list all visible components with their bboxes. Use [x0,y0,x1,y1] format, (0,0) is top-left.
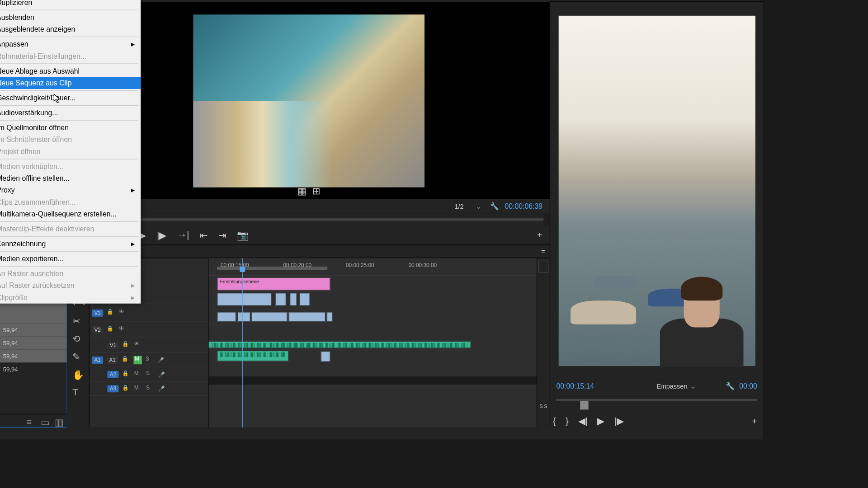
context-menu-item[interactable]: Proxy▸ [0,184,141,196]
context-menu-item[interactable]: Anpassen▸ [0,38,141,50]
sort-icon[interactable]: ≡ [26,417,34,425]
adjustment-layer-clip[interactable]: Einstellungsebene [217,277,330,291]
project-item[interactable]: GoPro5.mp459,94 [0,336,67,349]
new-bin-icon[interactable]: ▭ [41,417,49,425]
wrench-icon[interactable]: 🔧 [726,382,735,390]
track-v4: Einstellungsebene [209,276,537,291]
track-v1 [209,325,537,340]
context-menu-item[interactable]: Neue Ablage aus Auswahl [0,65,141,77]
mark-in-icon[interactable]: { [553,416,556,427]
context-menu-item[interactable]: Neue Sequenz aus Clip [0,77,141,89]
context-menu-item: Clipgröße▸ [0,291,141,303]
project-item[interactable]: GoPro4.mp459,94 [0,323,67,336]
context-menu-item[interactable]: Kennzeichnung▸ [0,238,141,250]
context-menu-item[interactable]: Medien exportieren... [0,253,141,265]
button-editor-icon[interactable]: + [752,416,757,427]
context-menu-item[interactable]: Geschwindigkeit/Dauer... [0,92,141,104]
program-fit[interactable]: Einpassen [657,383,688,390]
program-scrubber[interactable] [556,399,757,413]
preview-scale[interactable]: 1/2 [454,203,463,210]
context-menu: AusschneidenKopierenEinfügenLöschenDupli… [0,0,141,304]
context-menu-item: An Raster ausrichten [0,268,141,280]
track-a1 [209,340,537,350]
chevron-down-icon[interactable]: ⌄ [476,202,481,211]
chevron-down-icon[interactable]: ⌄ [690,382,696,390]
context-menu-item: Masterclip-Effekte deaktivieren [0,223,141,235]
wrench-icon[interactable]: 🔧 [490,202,499,211]
program-transport: { } ◀| ▶ |▶ + [550,413,763,429]
program-timecode[interactable]: 00:00:15:14 [556,382,594,390]
context-menu-item: Medien verknüpfen... [0,160,141,172]
type-tool-icon[interactable]: T [72,387,84,399]
step-fwd-icon[interactable]: |▶ [614,416,623,427]
go-to-out-icon[interactable]: →| [177,230,189,240]
project-item-list: GoPro... GoPro2... GoPro4.mp459,94 GoPro… [0,297,67,413]
step-back-icon[interactable]: ◀| [578,416,588,427]
timeline-playhead[interactable] [242,258,242,428]
track-v2 [209,310,537,325]
program-timecode-right[interactable]: 00:00 [739,382,757,390]
context-menu-item[interactable]: Audioverstärkung... [0,107,141,119]
hand-tool-icon[interactable]: ✋ [72,369,84,381]
project-item[interactable]: GoPro6.mp459,94 [0,349,67,362]
timeline-ruler[interactable]: 00:00:15:00 00:00:20:00 00:00:25:00 00:0… [209,258,537,277]
context-menu-item: Auf Raster zurücksetzen▸ [0,280,141,291]
source-timecode-right[interactable]: 00:00:06:39 [505,202,542,211]
program-monitor[interactable] [550,2,763,380]
track-a3 [209,364,537,376]
button-editor-icon[interactable]: + [537,230,542,240]
context-menu-item[interactable]: Medien offline stellen... [0,173,141,184]
mark-out-icon[interactable]: } [566,416,569,427]
slip-tool-icon[interactable]: ⟲ [72,333,84,345]
context-menu-item[interactable]: Duplizieren [0,0,141,9]
timeline-tracks-area[interactable]: 00:00:15:00 00:00:20:00 00:00:25:00 00:0… [209,258,537,428]
composite-icon[interactable]: ▦ [297,186,307,197]
project-footer: ✎ ☰ ▦ ◫ ○ ≡ ▭ ▥ [0,414,67,427]
overwrite-icon[interactable]: ⇥ [218,230,226,241]
export-frame-icon[interactable]: 📷 [237,230,249,241]
context-menu-item: Projekt öffnen [0,145,141,157]
drag-video-icon[interactable]: ⊞ [312,186,320,197]
context-menu-item[interactable]: Ausgeblendete anzeigen [0,23,141,35]
track-a2 [209,350,537,365]
track-v3 [209,291,537,310]
insert-icon[interactable]: ⇤ [200,230,208,241]
webcam-overlay [648,265,755,366]
razor-tool-icon[interactable]: ✂ [72,315,84,327]
context-menu-item[interactable]: Ausblenden [0,12,141,23]
context-menu-item[interactable]: Multikamera-Quellsequenz erstellen... [0,208,141,220]
play-icon[interactable]: ▶ [597,416,604,427]
new-item-icon[interactable]: ▥ [55,417,63,425]
context-menu-item: Im Schnittfenster öffnen [0,134,141,145]
project-item[interactable]: Rallye59,94 [0,362,67,375]
context-menu-item: Rohmaterial-Einstellungen... [0,50,141,62]
pen-tool-icon[interactable]: ✎ [72,351,84,363]
panel-menu-icon[interactable]: ≡ [541,248,545,255]
project-item[interactable]: GoPro2... [0,310,67,323]
timeline-scrollbar[interactable] [209,376,537,385]
audio-meters[interactable]: S S [537,258,550,428]
source-scrubber-main[interactable] [74,214,544,225]
step-fwd-icon[interactable]: |▶ [157,230,166,241]
context-menu-item[interactable]: Im Quellmonitor öffnen [0,122,141,134]
context-menu-item: Clips zusammenführen... [0,196,141,208]
